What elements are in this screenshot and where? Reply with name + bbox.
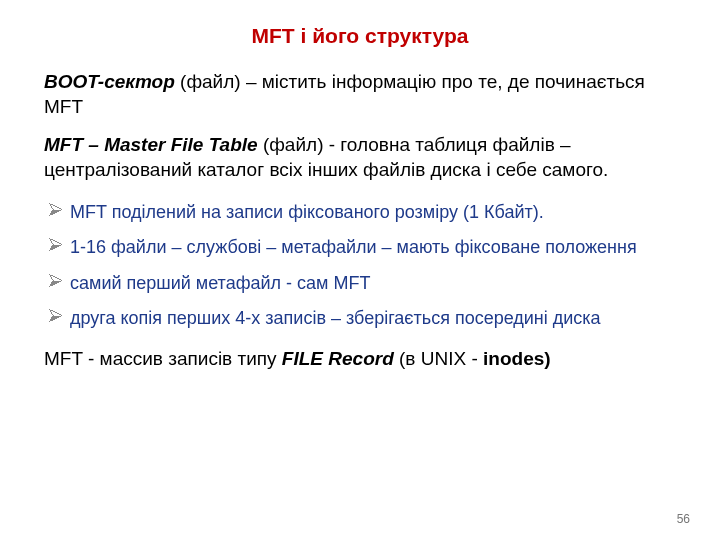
footer-inodes: inodes)	[483, 348, 551, 369]
footer-file-record: FILE Record	[282, 348, 394, 369]
boot-lead: BOOT-сектор	[44, 71, 175, 92]
bullet-text: самий перший метафайл - сам MFT	[70, 272, 676, 295]
list-item: ⮚ MFT поділений на записи фіксованого ро…	[48, 201, 676, 224]
bullet-icon: ⮚	[48, 307, 70, 328]
bullet-text: MFT поділений на записи фіксованого розм…	[70, 201, 676, 224]
bullet-text: 1-16 файли – службові – метафайли – мают…	[70, 236, 676, 259]
bullet-text: друга копія перших 4-х записів – зберіга…	[70, 307, 676, 330]
slide-title: MFT і його структура	[44, 24, 676, 48]
footer-prefix: MFT - массив записів типу	[44, 348, 282, 369]
footer-paragraph: MFT - массив записів типу FILE Record (в…	[44, 348, 676, 370]
bullet-list: ⮚ MFT поділений на записи фіксованого ро…	[48, 201, 676, 331]
paragraph-mft: MFT – Master File Table (файл) - головна…	[44, 133, 676, 182]
list-item: ⮚ самий перший метафайл - сам MFT	[48, 272, 676, 295]
bullet-icon: ⮚	[48, 236, 70, 257]
mft-lead: MFT – Master File Table	[44, 134, 258, 155]
footer-mid: (в UNIX -	[394, 348, 483, 369]
bullet-icon: ⮚	[48, 272, 70, 293]
list-item: ⮚ друга копія перших 4-х записів – збері…	[48, 307, 676, 330]
page-number: 56	[677, 512, 690, 526]
bullet-icon: ⮚	[48, 201, 70, 222]
list-item: ⮚ 1-16 файли – службові – метафайли – ма…	[48, 236, 676, 259]
paragraph-boot-sector: BOOT-сектор (файл) – містить інформацію …	[44, 70, 676, 119]
